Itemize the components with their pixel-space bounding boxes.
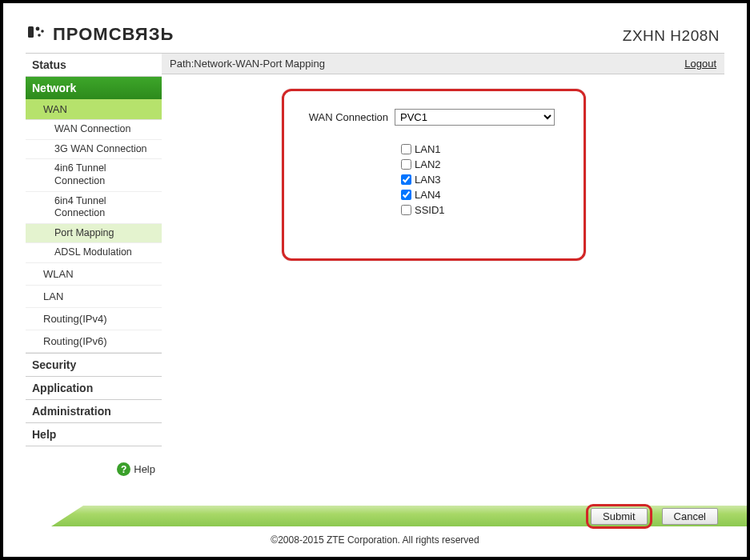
breadcrumb-bar: Path:Network-WAN-Port Mapping Logout [162,53,724,74]
checkbox-lan4[interactable]: LAN4 [401,189,569,201]
sidebar-item-network[interactable]: Network [26,77,162,99]
checkbox-ssid1[interactable]: SSID1 [401,204,569,216]
sidebar-nav: Status Network WAN WAN Connection 3G WAN… [26,53,162,482]
checkbox-input-lan4[interactable] [401,190,411,200]
svg-point-3 [38,34,41,37]
brand-text: ПРОМСВЯЗЬ [53,24,174,45]
checkbox-input-lan1[interactable] [401,144,411,154]
checkbox-label-lan1: LAN1 [415,143,441,155]
sidebar-item-help[interactable]: Help [26,423,162,446]
sidebar-item-administration[interactable]: Administration [26,400,162,423]
checkbox-lan2[interactable]: LAN2 [401,158,569,170]
header: ПРОМСВЯЗЬ ZXHN H208N [26,18,724,53]
checkbox-label-lan2: LAN2 [415,158,441,170]
svg-point-1 [36,27,40,31]
content-area: Path:Network-WAN-Port Mapping Logout WAN… [162,53,724,482]
logout-link[interactable]: Logout [684,58,716,70]
sidebar-item-3g-wan[interactable]: 3G WAN Connection [26,140,162,160]
svg-rect-0 [28,26,34,38]
checkbox-input-lan3[interactable] [401,174,411,185]
help-link-label: Help [134,463,155,475]
help-icon: ? [117,462,130,476]
brand: ПРОМСВЯЗЬ [26,24,174,45]
sidebar-item-security[interactable]: Security [26,353,162,377]
help-link[interactable]: ? Help [26,446,162,482]
sidebar-item-lan[interactable]: LAN [26,286,162,308]
wan-connection-select[interactable]: PVC1 [395,109,555,126]
copyright-text: ©2008-2015 ZTE Corporation. All rights r… [3,534,747,546]
sidebar-item-6in4-tunnel[interactable]: 6in4 Tunnel Connection [26,192,162,224]
submit-button[interactable]: Submit [591,508,647,525]
sidebar-item-4in6-tunnel[interactable]: 4in6 Tunnel Connection [26,159,162,191]
sidebar-item-status[interactable]: Status [26,53,162,77]
wan-connection-label: WAN Connection [299,111,395,123]
sidebar-item-port-mapping[interactable]: Port Mapping [26,224,162,244]
checkbox-label-lan3: LAN3 [415,174,441,186]
sidebar-item-wan-connection[interactable]: WAN Connection [26,120,162,140]
svg-point-2 [41,30,44,33]
breadcrumb: Path:Network-WAN-Port Mapping [170,58,325,70]
checkbox-label-ssid1: SSID1 [415,204,445,216]
checkbox-label-lan4: LAN4 [415,189,441,201]
checkbox-lan1[interactable]: LAN1 [401,143,569,155]
checkbox-input-ssid1[interactable] [401,205,411,215]
cancel-button[interactable]: Cancel [662,508,718,525]
sidebar-item-routing-ipv4[interactable]: Routing(IPv4) [26,308,162,330]
submit-highlight-frame: Submit [586,504,652,529]
sidebar-item-routing-ipv6[interactable]: Routing(IPv6) [26,330,162,353]
sidebar-item-adsl-modulation[interactable]: ADSL Modulation [26,243,162,263]
checkbox-input-lan2[interactable] [401,159,411,170]
footer-action-bar: Submit Cancel [3,506,747,526]
device-model: ZXHN H208N [623,27,724,45]
sidebar-item-wan[interactable]: WAN [26,99,162,120]
sidebar-item-application[interactable]: Application [26,377,162,400]
sidebar-item-wlan[interactable]: WLAN [26,263,162,286]
port-mapping-form: WAN Connection PVC1 LAN1 LAN2 [282,89,586,261]
brand-logo-icon [26,24,46,45]
checkbox-lan3[interactable]: LAN3 [401,174,569,186]
